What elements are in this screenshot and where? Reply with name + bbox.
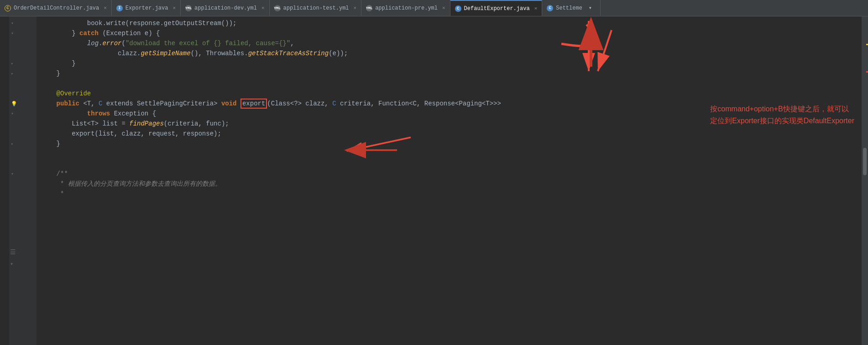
gutter-line-17 [9,179,37,189]
close-icon-exporter[interactable]: × [173,5,176,11]
fold-icon-13[interactable]: ▸ [11,141,14,146]
code-line-book-write: book.write(response.getOutputStream()); [41,18,862,28]
gutter-line-6: ▸ [9,68,37,78]
fold-all-icon[interactable]: ▾ [10,261,13,267]
code-editor[interactable]: book.write(response.getOutputStream()); … [37,16,862,345]
tab-bar: C OrderDetailController.java × I Exporte… [0,0,868,16]
gutter-line-7 [9,78,37,89]
tab-icon-settleme: C [547,5,553,11]
code-line-javadoc-star: * [41,189,862,199]
tab-default-exporter[interactable]: C DefaultExporter.java × [450,0,543,16]
code-line-clazz: clazz.getSimpleName(), Throwables.getSta… [41,48,862,58]
bulb-icon-9[interactable]: 💡 [11,101,17,107]
tab-overflow-button[interactable]: ▾ [585,5,596,11]
scrollbar-mark-error [866,71,868,73]
code-line-export-call: export(list, clazz, request, response); [41,129,862,139]
code-line-close-method2: } [41,139,862,149]
fold-icon-16[interactable]: ▾ [11,171,14,177]
tab-label-defaultexporter: DefaultExporter.java [464,5,530,12]
fold-icon-6[interactable]: ▸ [11,71,14,76]
gutter-line-2: ▾ [9,28,37,38]
gutter-line-14 [9,149,37,159]
scrollbar-thumb[interactable] [863,148,867,175]
code-line-log-error: log.error("download the excel of {} fail… [41,38,862,48]
gutter-line-10: ▾ [9,109,37,119]
close-icon-apppre[interactable]: × [442,5,445,11]
tab-app-dev[interactable]: YML application-dev.yml × [181,0,269,16]
gutter-line-5: ▸ [9,58,37,68]
code-line-blank1 [41,78,862,89]
editor-area: ▾ ▾ ▸ ▸ 💡 ▾ ▸ ▾ [0,16,868,345]
code-line-close-catch: } [41,58,862,68]
gutter-line-12 [9,129,37,139]
fold-icon-5[interactable]: ▸ [11,61,14,66]
scrollbar-mark-warning [866,44,868,45]
code-line-javadoc-text: * 根据传入的分页查询方法和参数去查询出所有的数据。 [41,179,862,189]
gutter-line-1: ▾ [9,18,37,28]
fold-icon-10[interactable]: ▾ [11,111,14,116]
code-line-close-method1: } [41,68,862,78]
tab-label-exporter: Exporter.java [125,5,168,11]
tab-app-pre[interactable]: YML application-pre.yml × [361,0,450,16]
close-icon-apptest[interactable]: × [354,5,357,11]
tab-exporter[interactable]: I Exporter.java × [112,0,181,16]
left-gutter [0,16,9,345]
export-keyword-highlight: export [241,99,267,109]
gutter-line-18 [9,189,37,199]
tab-app-test[interactable]: YML application-test.yml × [270,0,362,16]
code-line-catch: } catch (Exception e) { [41,28,862,38]
fold-icon-1[interactable]: ▾ [11,21,14,26]
tab-icon-apppre: YML [366,5,372,11]
tab-label-order: OrderDetailController.java [14,5,99,11]
close-icon-appdev[interactable]: × [261,5,265,11]
tab-icon-appdev: YML [185,5,192,11]
code-line-throws: throws Exception { [41,109,862,119]
code-line-blank3 [41,159,862,169]
code-line-override: @Override [41,89,862,99]
gutter-line-4 [9,48,37,58]
gutter-line-16: ▾ [9,169,37,179]
gutter-line-11 [9,119,37,129]
gutter-line-15 [9,159,37,169]
code-line-list: List<T> list = findPages(criteria, func)… [41,119,862,129]
line-number-gutter: ▾ ▾ ▸ ▸ 💡 ▾ ▸ ▾ [9,16,37,345]
gutter-line-8 [9,89,37,99]
right-scrollbar[interactable] [862,16,868,345]
close-icon-defaultexporter[interactable]: × [534,6,538,11]
gutter-line-13: ▸ [9,139,37,149]
fold-icon-2[interactable]: ▾ [11,31,14,36]
bookmark-icon[interactable]: ☰ [10,248,16,256]
tab-order-detail-controller[interactable]: C OrderDetailController.java × [0,0,112,16]
gutter-line-3 [9,38,37,48]
code-line-blank2 [41,149,862,159]
tab-icon-defaultexporter: C [455,5,461,12]
tab-settleme[interactable]: C Settleme ▾ [542,0,601,16]
tab-label-settleme: Settleme [556,5,582,11]
tab-icon-exporter: I [116,5,123,11]
tab-label-apptest: application-test.yml [283,5,349,11]
code-line-public-method: public <T, C extends SettlePagingCriteri… [41,99,862,109]
code-line-javadoc-start: /** [41,169,862,179]
tab-label-appdev: application-dev.yml [194,5,257,11]
tab-icon-order: C [5,5,11,11]
tab-icon-apptest: YML [274,5,281,11]
close-icon-order[interactable]: × [104,5,107,11]
tab-label-apppre: application-pre.yml [375,5,438,11]
gutter-line-9: 💡 [9,99,37,109]
